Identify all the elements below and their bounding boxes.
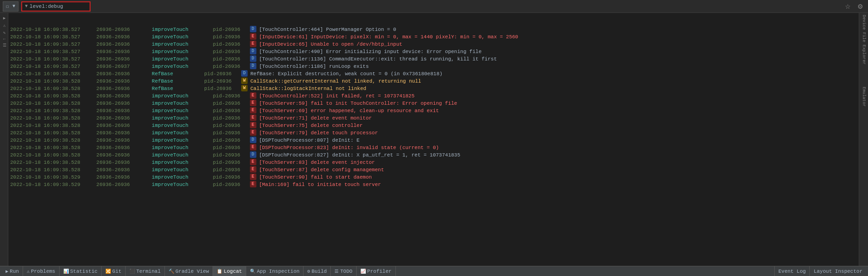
filter-box[interactable]: ▼ <box>21 1 91 12</box>
left-panel-icon-2[interactable]: ⚠ <box>1 22 7 29</box>
log-row[interactable]: 2022-10-18 16:09:38.528 26936-26936 impr… <box>9 151 858 159</box>
log-pid: 26936-26936 <box>93 151 149 159</box>
log-pid: 26936-26936 <box>93 41 149 48</box>
tab-label: Statistic <box>70 269 97 274</box>
log-row[interactable]: 2022-10-18 16:09:38.528 26936-26936 impr… <box>9 137 858 144</box>
log-row[interactable]: 2022-10-18 16:09:38.528 26936-26936 RefB… <box>9 85 858 92</box>
log-row[interactable]: 2022-10-18 16:09:38.528 26936-26936 impr… <box>9 129 858 137</box>
log-tag: improveTouch <box>149 26 213 33</box>
log-row[interactable]: 2022-10-18 16:09:38.529 26936-26936 impr… <box>9 174 858 181</box>
log-row[interactable]: 2022-10-18 16:09:38.528 26936-26936 RefB… <box>9 70 858 78</box>
log-row[interactable]: 2022-10-18 16:09:38.527 26936-26936 impr… <box>9 55 858 63</box>
log-row[interactable]: 2022-10-18 16:09:38.528 26936-26936 impr… <box>9 92 858 100</box>
log-row[interactable]: 2022-10-18 16:09:38.528 26936-26936 impr… <box>9 100 858 107</box>
bottom-bar: ▶Run⚠Problems📊Statistic🔀Git⬛Terminal🔨Gra… <box>0 266 868 276</box>
left-panel: ▶ ⚠ ✎ ↓ ☰ <box>0 13 8 266</box>
log-pid: 26936-26936 <box>93 137 149 144</box>
bottom-tab-gradle-view[interactable]: 🔨Gradle View <box>165 266 213 276</box>
bottom-right-layout-inspector[interactable]: Layout Inspector <box>809 266 866 276</box>
log-pid: 26936-26936 <box>93 181 149 188</box>
log-tag: improveTouch <box>149 174 213 181</box>
log-timestamp: 2022-10-18 16:09:38.528 <box>10 92 93 100</box>
tab-label: TODO <box>340 269 352 274</box>
log-process: pid-26936 <box>204 85 241 92</box>
left-panel-icon-5[interactable]: ☰ <box>1 42 7 48</box>
log-row[interactable]: 2022-10-18 16:09:38.528 26936-26936 RefB… <box>9 78 858 85</box>
log-pid: 26936-26936 <box>93 114 149 122</box>
star-icon[interactable]: ☆ <box>843 2 853 11</box>
log-level-badge: E <box>250 122 256 128</box>
log-timestamp: 2022-10-18 16:09:38.528 <box>10 114 93 122</box>
log-message: CallStack::logStackInternal not linked <box>250 85 366 92</box>
log-pid: 26936-26936 <box>93 159 149 166</box>
log-message: [TouchController:522] init failed, ret =… <box>259 92 415 100</box>
log-row[interactable]: 2022-10-18 16:09:38.529 26936-26936 impr… <box>9 181 858 188</box>
log-tag: improveTouch <box>149 137 213 144</box>
tab-icon: 📋 <box>217 269 222 274</box>
bottom-tab-run[interactable]: ▶Run <box>2 266 23 276</box>
log-message: [InputDevice:61] InputDevice: pixelX: mi… <box>259 33 518 41</box>
log-tag: improveTouch <box>149 159 213 166</box>
bottom-right: Event LogLayout Inspector <box>774 266 866 276</box>
device-file-explorer-label[interactable]: Device File Explorer <box>862 15 866 65</box>
bottom-right-label: Layout Inspector <box>813 269 862 274</box>
log-row[interactable]: 2022-10-18 16:09:38.528 26936-26936 impr… <box>9 114 858 122</box>
log-row[interactable]: 2022-10-18 16:09:38.528 26936-26936 impr… <box>9 122 858 129</box>
left-panel-icon-3[interactable]: ✎ <box>1 30 7 36</box>
log-timestamp: 2022-10-18 16:09:38.527 <box>10 33 93 41</box>
log-row[interactable]: 2022-10-18 16:09:38.528 26936-26936 impr… <box>9 166 858 174</box>
log-level-badge: W <box>241 78 248 84</box>
bottom-tab-problems[interactable]: ⚠Problems <box>23 266 60 276</box>
bottom-tab-app-inspection[interactable]: 🔍App Inspection <box>246 266 303 276</box>
log-row[interactable]: 2022-10-18 16:09:38.527 26936-26936 impr… <box>9 33 858 41</box>
log-message: [TouchController:464] PowerManager Optio… <box>259 26 396 33</box>
bottom-tab-build[interactable]: ⚙Build <box>303 266 331 276</box>
tab-icon: 📈 <box>360 269 366 274</box>
log-row[interactable]: 2022-10-18 16:09:38.527 26936-26936 impr… <box>9 41 858 48</box>
log-pid: 26936-26936 <box>93 55 149 63</box>
emulator-label[interactable]: Emulator <box>862 87 866 107</box>
log-level-badge: D <box>250 55 256 62</box>
log-tag: improveTouch <box>149 55 213 63</box>
log-row[interactable]: 2022-10-18 16:09:38.527 26936-26936 impr… <box>9 48 858 55</box>
left-panel-icon-1[interactable]: ▶ <box>1 15 7 21</box>
log-row[interactable]: 2022-10-18 16:09:38.528 26936-26936 impr… <box>9 144 858 151</box>
log-message: [DSPTouchProcessor:823] deInit: invalid … <box>259 144 439 151</box>
log-timestamp: 2022-10-18 16:09:38.528 <box>10 70 93 78</box>
log-timestamp: 2022-10-18 16:09:38.529 <box>10 181 93 188</box>
log-tag: improveTouch <box>149 122 213 129</box>
log-process: pid-26936 <box>213 159 250 166</box>
log-tag: improveTouch <box>149 107 213 114</box>
log-message: [TouchController:1136] CommandExecutor::… <box>259 55 497 63</box>
bottom-tab-git[interactable]: 🔀Git <box>102 266 126 276</box>
gear-icon[interactable]: ⚙ <box>856 2 865 11</box>
log-level-badge: D <box>250 151 256 158</box>
bottom-tab-todo[interactable]: ☰TODO <box>331 266 356 276</box>
log-row[interactable]: 2022-10-18 16:09:38.527 26936-26937 impr… <box>9 63 858 70</box>
log-row[interactable]: 2022-10-18 16:09:38.528 26936-26936 impr… <box>9 107 858 114</box>
log-process: pid-26936 <box>213 166 250 174</box>
log-timestamp: 2022-10-18 16:09:38.527 <box>10 26 93 33</box>
log-process: pid-26936 <box>213 144 250 151</box>
log-timestamp: 2022-10-18 16:09:38.527 <box>10 41 93 48</box>
log-timestamp: 2022-10-18 16:09:38.528 <box>10 166 93 174</box>
bottom-right-event-log[interactable]: Event Log <box>774 266 809 276</box>
log-row[interactable]: 2022-10-18 16:09:38.528 26936-26936 impr… <box>9 159 858 166</box>
log-process: pid-26936 <box>213 92 250 100</box>
log-message: [Main:169] fail to initiate touch server <box>259 181 381 188</box>
log-message: [TouchServer:75] delete controller <box>259 122 363 129</box>
filter-input[interactable] <box>30 4 87 9</box>
log-tag: improveTouch <box>149 100 213 107</box>
bottom-tab-terminal[interactable]: ⬛Terminal <box>126 266 165 276</box>
log-row[interactable]: 2022-10-18 16:09:38.527 26936-26936 impr… <box>9 26 858 33</box>
bottom-tab-logcat[interactable]: 📋Logcat <box>213 266 246 276</box>
tab-icon: 🔀 <box>105 269 111 274</box>
bottom-tab-profiler[interactable]: 📈Profiler <box>357 266 396 276</box>
tab-label: Build <box>311 269 327 274</box>
log-level-badge: E <box>250 166 256 173</box>
log-tag: improveTouch <box>149 48 213 55</box>
top-toolbar: ☐ ▼ ▼ ☆ ⚙ <box>0 0 868 13</box>
left-panel-icon-4[interactable]: ↓ <box>1 37 7 41</box>
device-selector[interactable]: ☐ ▼ <box>3 1 18 12</box>
bottom-tab-statistic[interactable]: 📊Statistic <box>60 266 102 276</box>
